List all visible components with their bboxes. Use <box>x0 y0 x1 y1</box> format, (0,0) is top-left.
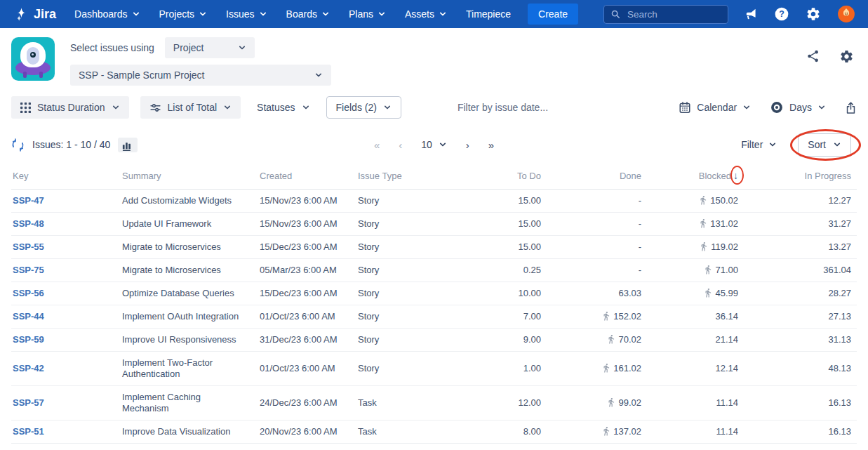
nav-item-label: Projects <box>159 8 195 20</box>
chevron-down-icon <box>302 103 310 112</box>
chevron-down-icon <box>199 10 207 18</box>
sort-dropdown[interactable]: Sort <box>798 133 851 157</box>
issue-type: Story <box>352 190 443 213</box>
share-icon[interactable] <box>806 49 820 64</box>
column-header-created[interactable]: Created <box>254 166 352 190</box>
running-status-icon <box>601 363 611 373</box>
aggregation-value: List of Total <box>168 102 218 113</box>
duration-cell-done: 161.02 <box>547 352 647 386</box>
pagination-prev-button[interactable]: ‹ <box>399 139 402 151</box>
eye-icon <box>770 100 784 114</box>
running-status-icon <box>699 241 709 251</box>
issue-key-link[interactable]: SSP-51 <box>13 426 44 437</box>
pagination-last-button[interactable]: » <box>488 139 494 151</box>
svg-text:?: ? <box>779 9 784 19</box>
duration-cell-inprogress: 16.13 <box>744 386 857 421</box>
search-input[interactable] <box>626 8 721 20</box>
pagination-first-button[interactable]: « <box>374 139 380 151</box>
jira-logo[interactable]: Jira <box>14 7 56 22</box>
chevron-down-icon <box>383 103 392 112</box>
chevron-down-icon <box>742 103 751 112</box>
issue-key-link[interactable]: SSP-44 <box>13 311 44 322</box>
column-header-summary[interactable]: Summary <box>116 166 254 190</box>
duration-unit-value: Days <box>789 102 812 113</box>
help-icon[interactable]: ? <box>774 6 789 22</box>
duration-value: 9.00 <box>523 334 541 345</box>
nav-item-boards[interactable]: Boards <box>286 8 330 20</box>
issue-key-link[interactable]: SSP-59 <box>13 334 44 345</box>
duration-value: - <box>639 265 641 275</box>
duration-cell-todo: 1.00 <box>443 352 547 386</box>
export-icon[interactable] <box>845 101 857 114</box>
issue-key-link[interactable]: SSP-75 <box>13 265 44 275</box>
duration-value: 12.27 <box>828 195 851 206</box>
issue-source-dropdown[interactable]: Project <box>165 37 255 58</box>
duration-unit-dropdown[interactable]: Days <box>770 100 826 114</box>
duration-value: 70.02 <box>618 334 641 345</box>
column-header-done[interactable]: Done <box>547 166 647 190</box>
issue-created: 01/Oct/23 6:00 AM <box>254 352 352 386</box>
project-dropdown[interactable]: SSP - Sample Scrum Project <box>70 65 331 86</box>
issue-key-link[interactable]: SSP-55 <box>13 241 44 252</box>
column-header-key[interactable]: Key <box>11 166 116 190</box>
filter-dropdown[interactable]: Filter <box>741 139 777 150</box>
duration-value: 361.04 <box>823 265 851 275</box>
duration-value: 161.02 <box>613 363 641 373</box>
issue-key-link[interactable]: SSP-42 <box>13 363 44 373</box>
duration-value: 71.00 <box>715 265 738 275</box>
user-avatar[interactable] <box>837 5 855 23</box>
refresh-icon[interactable] <box>11 138 25 152</box>
nav-item-assets[interactable]: Assets <box>405 8 447 20</box>
issue-type: Story <box>352 236 443 259</box>
duration-value: 10.00 <box>518 288 541 298</box>
nav-item-plans[interactable]: Plans <box>349 8 386 20</box>
issue-date-filter-input[interactable] <box>456 101 607 114</box>
issue-summary: Implement Two-Factor Authentication <box>116 352 254 386</box>
nav-item-issues[interactable]: Issues <box>226 8 267 20</box>
fields-dropdown[interactable]: Fields (2) <box>326 96 401 119</box>
column-header-issue-type[interactable]: Issue Type <box>352 166 443 190</box>
duration-cell-done: - <box>547 190 647 213</box>
column-header-in-progress[interactable]: In Progress <box>744 166 857 190</box>
issue-key-link[interactable]: SSP-48 <box>13 218 44 229</box>
duration-cell-todo: 15.00 <box>443 190 547 213</box>
table-row: SSP-47Add Customizable Widgets15/Nov/23 … <box>11 190 857 213</box>
global-search[interactable] <box>603 5 728 24</box>
view-mode-dropdown[interactable]: Status Duration <box>11 96 129 119</box>
issue-key-link[interactable]: SSP-56 <box>13 288 44 298</box>
chevron-down-icon <box>112 103 120 112</box>
issue-created: 15/Dec/23 6:00 AM <box>254 282 352 305</box>
duration-value: - <box>639 241 641 252</box>
column-header-to-do[interactable]: To Do <box>443 166 547 190</box>
duration-cell-inprogress: 31.27 <box>744 213 857 236</box>
running-status-icon <box>606 334 616 344</box>
create-button[interactable]: Create <box>528 4 578 25</box>
issue-created: 20/Nov/23 6:00 AM <box>254 421 352 444</box>
report-toolbar: Status Duration List of Total Statuses F… <box>0 95 868 120</box>
duration-value: 1.00 <box>523 363 541 373</box>
issue-created: 05/Mar/23 6:00 AM <box>254 259 352 282</box>
issue-key-link[interactable]: SSP-57 <box>13 397 44 408</box>
nav-item-projects[interactable]: Projects <box>159 8 208 20</box>
pagination-next-button[interactable]: › <box>466 139 469 151</box>
chevron-down-icon <box>833 140 841 149</box>
aggregation-dropdown[interactable]: List of Total <box>140 96 241 119</box>
issues-table: Key Summary Created Issue Type To Do Don… <box>0 166 868 444</box>
issue-key-link[interactable]: SSP-47 <box>13 195 44 206</box>
chevron-down-icon <box>321 10 330 18</box>
nav-item-dashboards[interactable]: Dashboards <box>74 8 140 20</box>
announcements-icon[interactable] <box>743 7 758 21</box>
column-header-blocked[interactable]: Blocked ↓ <box>647 166 744 190</box>
page-size-dropdown[interactable]: 10 <box>421 139 447 150</box>
calendar-dropdown[interactable]: Calendar <box>679 101 751 114</box>
issues-count-label: Issues: 1 - 10 / 40 <box>32 139 110 150</box>
duration-cell-done: 63.03 <box>547 282 647 305</box>
chart-view-button[interactable] <box>118 138 138 152</box>
sort-direction-arrow-icon[interactable]: ↓ <box>733 170 738 181</box>
nav-item-timepiece[interactable]: Timepiece <box>466 8 511 20</box>
fields-label: Fields (2) <box>336 102 377 113</box>
statuses-dropdown[interactable]: Statuses <box>248 96 319 119</box>
settings-gear-icon[interactable] <box>806 6 821 22</box>
duration-value: 11.14 <box>716 397 738 408</box>
report-settings-gear-icon[interactable] <box>839 49 854 64</box>
